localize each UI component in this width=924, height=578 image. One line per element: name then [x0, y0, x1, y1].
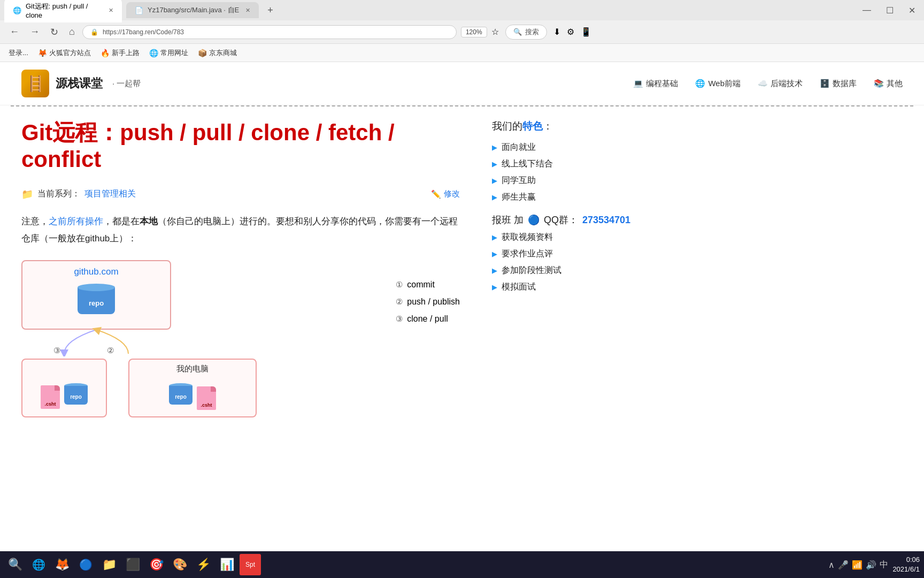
series-link[interactable]: 项目管理相关	[84, 188, 136, 200]
my-pc-content: repo .csht	[169, 383, 216, 412]
refresh-button[interactable]: ↻	[47, 24, 61, 40]
qq-number[interactable]: 273534701	[582, 215, 630, 226]
nav-web[interactable]: 🌐 Web前端	[695, 79, 741, 89]
edit-icon: ✏️	[431, 189, 441, 199]
url-text: https://17bang.ren/Code/783	[103, 28, 449, 36]
bookmark-firefox[interactable]: 🦊 火狐官方站点	[38, 48, 91, 58]
tray-lang[interactable]: 中	[880, 559, 888, 571]
tray-mic[interactable]: 🎤	[838, 560, 849, 570]
active-tab[interactable]: 🌐 Git远程: push / pull / clone ✕	[4, 0, 122, 22]
tray-expand[interactable]: ∧	[828, 560, 835, 570]
time-display: 0:06 2021/6/1	[892, 555, 920, 574]
download-icon[interactable]: ⬇	[553, 27, 560, 37]
search-label: 搜索	[525, 27, 539, 37]
series-label: 当前系列：	[37, 188, 80, 200]
forward-button[interactable]: →	[27, 24, 43, 40]
service-list: ▶获取视频资料 ▶要求作业点评 ▶参加阶段性测试 ▶模拟面试	[492, 232, 642, 293]
tray-network[interactable]: 📶	[852, 560, 863, 570]
taskbar-firefox[interactable]: 🦊	[51, 554, 73, 575]
nav-backend[interactable]: ☁️ 后端技术	[758, 79, 803, 89]
legend-num-2: ②	[396, 294, 403, 310]
edit-button[interactable]: ✏️ 修改	[431, 189, 460, 199]
bookmark-jd-label: 京东商城	[209, 48, 237, 58]
bookmark-websites-label: 常用网址	[160, 48, 188, 58]
service-arrow-3: ▶	[492, 267, 497, 275]
bookmark-login[interactable]: 登录...	[9, 48, 28, 58]
feature-item-2: ▶线上线下结合	[492, 158, 642, 170]
firefox-icon: 🦊	[38, 49, 47, 57]
legend-item-2: ② push / publish	[396, 293, 460, 310]
feature-item-1: ▶面向就业	[492, 142, 642, 153]
clock-time: 0:06	[892, 555, 920, 565]
taskbar-app6[interactable]: 🎯	[145, 554, 167, 575]
back-button[interactable]: ←	[6, 24, 22, 40]
clock-date: 2021/6/1	[892, 565, 920, 574]
taskbar-terminal[interactable]: ⬛	[122, 554, 143, 575]
tray-volume[interactable]: 🔊	[866, 560, 876, 570]
site-logo[interactable]: 🪜	[21, 70, 49, 97]
file-stack-other: .csht	[41, 385, 60, 410]
bookmark-login-label: 登录...	[9, 48, 28, 58]
taskbar-search[interactable]: 🔍	[4, 554, 26, 575]
tab2-close-btn[interactable]: ✕	[245, 7, 250, 14]
fire-icon: 🔥	[101, 49, 110, 57]
intro-highlight: 之前所有操作	[49, 216, 103, 226]
mobile-icon[interactable]: 📱	[581, 27, 591, 37]
arrow-icon-3: ▶	[492, 177, 497, 185]
feature-item-4: ▶师生共赢	[492, 192, 642, 203]
close-button[interactable]: ✕	[904, 4, 920, 17]
bookmark-newbie[interactable]: 🔥 新手上路	[101, 48, 140, 58]
intro-bold: 本地	[140, 216, 158, 226]
github-section: github.com repo	[21, 260, 364, 330]
feature-title-suffix: ：	[543, 120, 553, 132]
intro-text-mid: ，都是在	[103, 216, 140, 226]
service-arrow-2: ▶	[492, 250, 497, 258]
nav-other[interactable]: 📚 其他	[874, 79, 903, 89]
taskbar: 🔍 🌐 🦊 🔵 📁 ⬛ 🎯 🎨 ⚡ 📊 Spt ∧ 🎤 📶 🔊 中 0:06 2…	[0, 551, 924, 578]
search-box[interactable]: 🔍 搜索	[505, 25, 547, 40]
nav-database[interactable]: 🗄️ 数据库	[820, 79, 857, 89]
nav-programming[interactable]: 💻 编程基础	[633, 79, 678, 89]
inactive-tab[interactable]: 📄 Yz17bang/src/Main.java · 自E ✕	[126, 2, 259, 18]
taskbar-app8[interactable]: ⚡	[192, 554, 214, 575]
bookmark-websites[interactable]: 🌐 常用网址	[149, 48, 188, 58]
service-item-2: ▶要求作业点评	[492, 248, 642, 260]
taskbar-chrome[interactable]: 🔵	[75, 554, 96, 575]
new-tab-button[interactable]: +	[263, 5, 278, 16]
service-item-4: ▶模拟面试	[492, 282, 642, 293]
legend-text-1: commit	[407, 276, 435, 293]
bookmarks-bar: 登录... 🦊 火狐官方站点 🔥 新手上路 🌐 常用网址 📦 京东商城	[0, 44, 924, 62]
left-diagram: github.com repo	[21, 260, 364, 417]
my-pc-label: 我的电脑	[176, 364, 209, 374]
feature-item-3: ▶同学互助	[492, 175, 642, 186]
bookmark-icon[interactable]: ☆	[491, 27, 499, 37]
taskbar-edge[interactable]: 🌐	[28, 554, 49, 575]
maximize-button[interactable]: ☐	[882, 4, 898, 17]
bookmark-jd[interactable]: 📦 京东商城	[198, 48, 237, 58]
legend-text-2: push / publish	[407, 293, 460, 310]
content-area: Git远程：push / pull / clone / fetch / conf…	[0, 107, 481, 430]
shop-icon: 📦	[198, 49, 207, 57]
taskbar-files[interactable]: 📁	[98, 554, 120, 575]
small-repo-my: repo	[169, 383, 192, 410]
taskbar-spt[interactable]: Spt	[240, 554, 261, 575]
search-icon: 🔍	[513, 28, 522, 36]
home-button[interactable]: ⌂	[66, 24, 78, 40]
minimize-button[interactable]: —	[858, 4, 875, 17]
security-icon: 🔒	[90, 28, 98, 36]
legend-item-1: ① commit	[396, 276, 460, 293]
taskbar-app9[interactable]: 📊	[216, 554, 237, 575]
zoom-level[interactable]: 120%	[461, 27, 487, 37]
site-nav: 💻 编程基础 🌐 Web前端 ☁️ 后端技术 🗄️ 数据库 📚 其他	[633, 79, 903, 89]
arrows-area: ③ ②	[21, 330, 171, 356]
taskbar-app7[interactable]: 🎨	[169, 554, 190, 575]
nav-actions: ☆ 🔍 搜索 ⬇ ⚙ 📱	[491, 25, 591, 40]
address-bar[interactable]: 🔒 https://17bang.ren/Code/783	[82, 25, 457, 39]
tab-close-btn[interactable]: ✕	[109, 7, 113, 14]
tab-icon: 🌐	[13, 6, 21, 14]
settings-icon[interactable]: ⚙	[567, 27, 574, 37]
bookmark-firefox-label: 火狐官方站点	[49, 48, 91, 58]
site-header: 🪜 源栈课堂 · 一起帮 💻 编程基础 🌐 Web前端 ☁️ 后端技术 🗄️ 数…	[0, 62, 924, 105]
globe-icon: 🌐	[149, 49, 158, 57]
service-arrow-4: ▶	[492, 283, 497, 291]
